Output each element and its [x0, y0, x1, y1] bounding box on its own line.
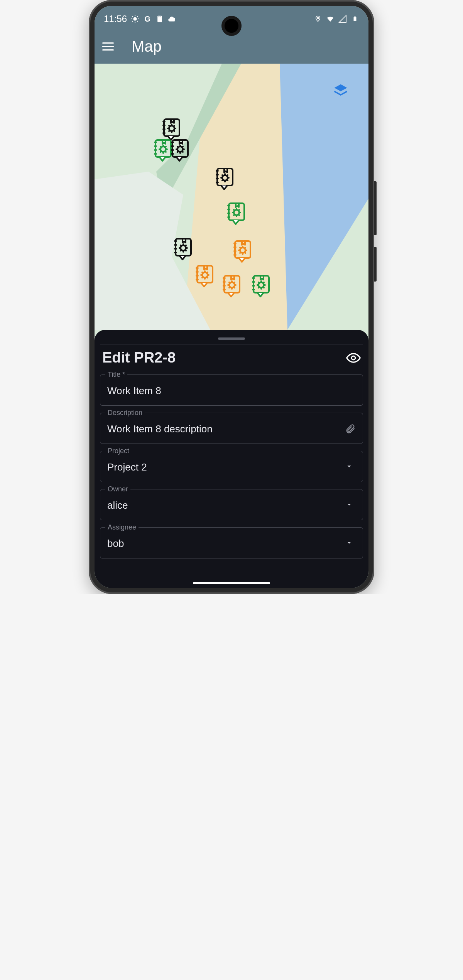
phone-hw-button	[374, 181, 377, 235]
sheet-header: Edit PR2-8	[100, 344, 363, 374]
nav-pill	[193, 582, 270, 584]
svg-point-0	[133, 17, 137, 20]
field-value: alice	[107, 499, 128, 511]
assignee-select[interactable]: bob	[100, 527, 363, 558]
battery-icon	[351, 15, 359, 23]
field-label: Assignee	[105, 523, 139, 531]
svg-line-5	[132, 16, 133, 17]
svg-line-7	[132, 21, 133, 22]
paperclip-icon[interactable]	[345, 424, 356, 435]
description-field: Description Work Item 8 description	[100, 413, 363, 444]
project-field: Project Project 2	[100, 451, 363, 482]
svg-line-6	[137, 21, 138, 22]
field-value: bob	[107, 538, 124, 550]
field-value: Project 2	[107, 461, 147, 473]
edit-bottom-sheet: Edit PR2-8 Title * Work Item 8 Descripti…	[95, 330, 368, 588]
title-input[interactable]: Work Item 8	[100, 374, 363, 406]
view-button[interactable]	[346, 351, 361, 365]
storage-icon	[155, 15, 164, 23]
status-right	[314, 15, 359, 23]
map-canvas[interactable]	[95, 64, 368, 330]
chevron-down-icon	[345, 500, 356, 511]
owner-select[interactable]: alice	[100, 489, 363, 520]
map-marker[interactable]	[213, 167, 235, 193]
map-marker[interactable]	[169, 138, 190, 165]
svg-rect-10	[354, 17, 357, 21]
sheet-title: Edit PR2-8	[102, 349, 176, 366]
drag-handle[interactable]	[218, 337, 245, 340]
location-icon	[314, 15, 322, 23]
signal-icon	[338, 15, 347, 23]
field-label: Description	[105, 409, 145, 417]
map-marker[interactable]	[231, 240, 253, 266]
hamburger-icon[interactable]	[102, 39, 118, 54]
status-left: 11:56 G	[104, 13, 176, 24]
title-field: Title * Work Item 8	[100, 374, 363, 406]
svg-rect-11	[354, 17, 356, 17]
cloud-icon	[168, 15, 176, 23]
field-value: Work Item 8 description	[107, 423, 213, 435]
description-input[interactable]: Work Item 8 description	[100, 413, 363, 444]
owner-field: Owner alice	[100, 489, 363, 520]
field-label: Owner	[105, 485, 130, 493]
field-value: Work Item 8	[107, 385, 161, 397]
svg-point-9	[317, 17, 319, 19]
project-select[interactable]: Project 2	[100, 451, 363, 482]
map-marker[interactable]	[193, 264, 215, 290]
brightness-icon	[131, 15, 139, 23]
system-nav-bar[interactable]	[95, 582, 368, 584]
phone-screen: 11:56 G	[95, 6, 368, 588]
app-title: Map	[132, 38, 162, 55]
chevron-down-icon	[345, 462, 356, 473]
wifi-icon	[326, 15, 335, 23]
map-marker[interactable]	[220, 274, 242, 300]
svg-point-38	[351, 356, 355, 360]
field-label: Project	[105, 447, 132, 455]
layers-button[interactable]	[332, 82, 349, 99]
chevron-down-icon	[345, 538, 356, 549]
camera-punch	[221, 16, 242, 36]
status-time: 11:56	[104, 13, 127, 24]
assignee-field: Assignee bob	[100, 527, 363, 558]
map-marker[interactable]	[225, 202, 247, 228]
map-marker[interactable]	[172, 237, 193, 263]
map-marker[interactable]	[250, 274, 271, 300]
field-label: Title *	[105, 371, 127, 379]
phone-frame: 11:56 G	[89, 0, 374, 594]
svg-line-8	[137, 16, 138, 17]
phone-hw-button	[374, 247, 377, 282]
google-icon: G	[143, 15, 152, 23]
